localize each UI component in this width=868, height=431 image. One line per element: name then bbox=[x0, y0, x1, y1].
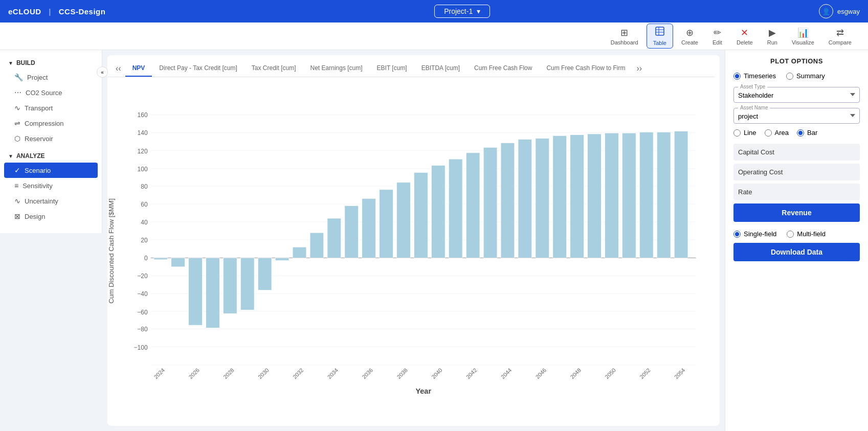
sidebar-item-scenario[interactable]: ✓ Scenario bbox=[4, 163, 98, 178]
svg-text:2044: 2044 bbox=[500, 367, 513, 380]
line-radio-label[interactable]: Line bbox=[733, 129, 756, 137]
summary-radio-label[interactable]: Summary bbox=[786, 72, 825, 80]
asset-type-label: Asset Type bbox=[738, 84, 767, 89]
tab-net-earnings-cum[interactable]: Net Earnings [cum] bbox=[303, 60, 370, 77]
main-layout: ▼ BUILD 🔧 Project ⋯ CO2 Source ∿ Transpo… bbox=[0, 50, 868, 431]
svg-text:2040: 2040 bbox=[430, 367, 443, 380]
toolbar-compare[interactable]: ⇄ Compare bbox=[822, 25, 858, 48]
single-field-radio[interactable] bbox=[733, 231, 741, 238]
toolbar-create[interactable]: ⊕ Create bbox=[675, 25, 704, 48]
username: esgway bbox=[837, 8, 860, 15]
timeseries-radio-label[interactable]: Timeseries bbox=[733, 72, 776, 80]
svg-rect-36 bbox=[206, 258, 220, 328]
svg-rect-59 bbox=[605, 133, 619, 258]
bar-radio[interactable] bbox=[797, 129, 804, 137]
toolbar-delete[interactable]: ✕ Delete bbox=[730, 25, 759, 48]
toolbar-run[interactable]: ▶ Run bbox=[761, 25, 784, 48]
toolbar-dashboard[interactable]: ⊞ Dashboard bbox=[605, 25, 644, 48]
co2source-icon: ⋯ bbox=[14, 88, 21, 97]
tab-cum-free-cash-flow-firm[interactable]: Cum Free Cash Flow to Firm bbox=[539, 60, 632, 77]
toolbar-table[interactable]: Table bbox=[647, 24, 673, 49]
download-data-button[interactable]: Download Data bbox=[733, 243, 860, 261]
line-radio[interactable] bbox=[733, 129, 741, 137]
svg-rect-38 bbox=[240, 258, 254, 310]
tab-tax-credit-cum[interactable]: Tax Credit [cum] bbox=[244, 60, 303, 77]
chart-panel: ‹‹ NPV Direct Pay - Tax Credit [cum] Tax… bbox=[107, 55, 720, 426]
toolbar-visualize[interactable]: 📊 Visualize bbox=[786, 25, 820, 48]
tab-direct-pay-tax[interactable]: Direct Pay - Tax Credit [cum] bbox=[152, 60, 244, 77]
tab-cum-free-cash-flow[interactable]: Cum Free Cash Flow bbox=[467, 60, 539, 77]
analyze-label: ANALYZE bbox=[16, 152, 45, 160]
plot-type-radio-group: Timeseries Summary bbox=[733, 72, 860, 80]
svg-text:2026: 2026 bbox=[187, 367, 201, 380]
svg-rect-46 bbox=[380, 190, 393, 258]
svg-text:2038: 2038 bbox=[395, 367, 409, 380]
rate-button[interactable]: Rate bbox=[733, 184, 860, 200]
svg-rect-50 bbox=[449, 159, 462, 258]
asset-name-label: Asset Name bbox=[738, 105, 770, 110]
area-radio[interactable] bbox=[765, 129, 772, 137]
sidebar-item-co2source[interactable]: ⋯ CO2 Source bbox=[0, 85, 102, 100]
asset-type-select[interactable]: Stakeholder Project Pipeline Well bbox=[736, 88, 857, 100]
multi-field-radio-label[interactable]: Multi-field bbox=[787, 230, 826, 238]
user-menu[interactable]: 👤 esgway bbox=[819, 4, 860, 18]
sidebar-item-sensitivity[interactable]: ≡ Sensitivity bbox=[0, 178, 102, 193]
sidebar-item-transport[interactable]: ∿ Transport bbox=[0, 100, 102, 116]
sidebar-item-design[interactable]: ⊠ Design bbox=[0, 209, 102, 224]
build-section-header[interactable]: ▼ BUILD bbox=[0, 56, 102, 70]
svg-rect-54 bbox=[518, 139, 532, 258]
capital-cost-button[interactable]: Capital Cost bbox=[733, 144, 860, 161]
tab-ebitda-cum[interactable]: EBITDA [cum] bbox=[414, 60, 467, 77]
chart-type-radio-group: Line Area Bar bbox=[733, 129, 860, 137]
svg-rect-34 bbox=[171, 258, 185, 267]
sidebar-item-compression[interactable]: ⇌ Compression bbox=[0, 116, 102, 131]
svg-rect-63 bbox=[674, 131, 688, 258]
svg-rect-56 bbox=[553, 135, 567, 258]
svg-rect-33 bbox=[154, 258, 168, 260]
svg-text:2034: 2034 bbox=[326, 367, 340, 380]
sidebar-collapse-button[interactable]: « bbox=[97, 66, 108, 78]
sidebar-item-uncertainty[interactable]: ∿ Uncertainty bbox=[0, 193, 102, 209]
svg-text:2054: 2054 bbox=[673, 367, 686, 380]
summary-radio[interactable] bbox=[786, 73, 793, 80]
single-field-label: Single-field bbox=[744, 230, 776, 238]
panel-title: PLOT OPTIONS bbox=[733, 57, 860, 65]
chart-content: ‹‹ NPV Direct Pay - Tax Credit [cum] Tax… bbox=[102, 50, 725, 431]
sidebar-panel: ▼ BUILD 🔧 Project ⋯ CO2 Source ∿ Transpo… bbox=[0, 50, 102, 233]
project-selector[interactable]: Project-1 ▾ bbox=[434, 5, 490, 18]
timeseries-radio[interactable] bbox=[733, 73, 741, 80]
analyze-section-header[interactable]: ▼ ANALYZE bbox=[0, 149, 102, 163]
delete-icon: ✕ bbox=[741, 27, 748, 38]
bar-radio-label[interactable]: Bar bbox=[797, 129, 817, 137]
operating-cost-button[interactable]: Operating Cost bbox=[733, 164, 860, 180]
svg-rect-62 bbox=[657, 132, 671, 258]
summary-label: Summary bbox=[796, 72, 825, 80]
dashboard-icon: ⊞ bbox=[620, 27, 628, 38]
sidebar-item-reservoir[interactable]: ⬡ Reservoir bbox=[0, 131, 102, 146]
tab-ebit-cum[interactable]: EBIT [cum] bbox=[370, 60, 414, 77]
scenario-icon: ✓ bbox=[14, 166, 20, 174]
svg-rect-42 bbox=[310, 233, 324, 258]
design-icon: ⊠ bbox=[14, 212, 20, 220]
asset-name-select[interactable]: project bbox=[736, 109, 857, 121]
svg-rect-55 bbox=[536, 139, 549, 258]
visualize-icon: 📊 bbox=[797, 27, 809, 38]
sidebar-item-project[interactable]: 🔧 Project bbox=[0, 70, 102, 85]
single-field-radio-label[interactable]: Single-field bbox=[733, 230, 776, 238]
top-navigation: eCLOUD | CCS-Design Project-1 ▾ 👤 esgway bbox=[0, 0, 868, 22]
area-radio-label[interactable]: Area bbox=[765, 129, 789, 137]
svg-text:2032: 2032 bbox=[292, 367, 305, 380]
svg-text:2048: 2048 bbox=[569, 367, 582, 380]
tabs-prev-button[interactable]: ‹‹ bbox=[112, 62, 125, 75]
toolbar-edit[interactable]: ✏ Edit bbox=[706, 25, 728, 48]
project-button[interactable]: Project-1 ▾ bbox=[434, 5, 490, 18]
svg-text:60: 60 bbox=[141, 201, 148, 208]
chart-tabs: ‹‹ NPV Direct Pay - Tax Credit [cum] Tax… bbox=[107, 60, 715, 77]
tabs-next-button[interactable]: ›› bbox=[632, 62, 646, 75]
revenue-button[interactable]: Revenue bbox=[733, 203, 860, 222]
tab-npv[interactable]: NPV bbox=[125, 60, 152, 77]
svg-rect-49 bbox=[431, 165, 445, 258]
svg-text:−60: −60 bbox=[137, 309, 148, 316]
multi-field-radio[interactable] bbox=[787, 231, 794, 238]
svg-rect-43 bbox=[327, 218, 341, 258]
